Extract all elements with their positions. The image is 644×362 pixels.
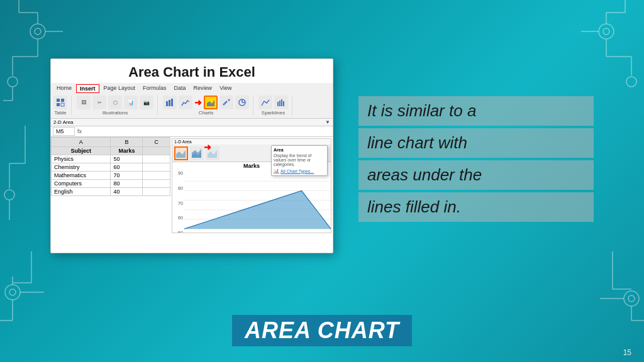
chart-types-icon: 📊: [274, 168, 279, 173]
mark-1: 50: [111, 155, 143, 163]
ribbon-tab-home[interactable]: Home: [53, 84, 75, 93]
y-60: 60: [174, 216, 183, 220]
chart-type-dropdown: 2-D Area ▼: [51, 119, 333, 126]
table-row: Physics 50: [52, 155, 170, 163]
illustrations-label: Illustrations: [103, 110, 128, 116]
mark-3: 70: [111, 172, 143, 180]
y-70: 70: [174, 201, 183, 206]
subject-2: Chemistry: [52, 163, 111, 172]
other-charts-icon[interactable]: [235, 96, 249, 109]
column-icon[interactable]: [163, 96, 177, 109]
col-header-b: B: [111, 138, 143, 147]
ribbon-tab-data[interactable]: Data: [171, 84, 189, 93]
subject-header: Subject: [52, 147, 111, 155]
area-chart-icon[interactable]: [204, 96, 218, 109]
table-icons: [53, 96, 67, 109]
area-type-2[interactable]: [190, 146, 204, 160]
bottom-title-container: AREA CHART: [232, 315, 412, 346]
ribbon-tabs: Home Insert Page Layout Formulas Data Re…: [53, 84, 330, 93]
description-panel: It is similar to a line chart with areas…: [358, 96, 594, 222]
desc-line-1: It is similar to a: [358, 96, 594, 126]
ribbon-tab-view[interactable]: View: [216, 84, 235, 93]
y-50: 50: [174, 231, 183, 233]
col-header-a: A: [52, 138, 111, 147]
line-sparkline-icon[interactable]: [258, 96, 272, 109]
arrow-to-chart-icon: ➜: [204, 142, 211, 152]
chart-tooltip: Area Display the trend of values over ti…: [271, 145, 328, 176]
svg-rect-57: [277, 102, 279, 106]
all-chart-types-link[interactable]: 📊 All Chart Types...: [274, 168, 325, 173]
picture-icon[interactable]: 🖼: [77, 96, 91, 109]
cell-reference[interactable]: M5: [53, 127, 75, 136]
illustrations-icons: 🖼 ✂ ⬡ 📊 📷: [77, 96, 153, 109]
desc-line-3: areas under the: [358, 160, 594, 190]
y-axis: 90 80 70 60 50 40: [172, 170, 184, 233]
svg-rect-58: [279, 101, 280, 106]
shapes-icon[interactable]: ⬡: [108, 96, 122, 109]
svg-rect-46: [166, 101, 168, 106]
data-table: A B C Subject Marks Physics 50: [51, 137, 170, 234]
col-header-c: C: [143, 138, 170, 147]
excel-title: Area Chart in Excel: [51, 59, 333, 83]
svg-rect-43: [61, 99, 64, 102]
fx-label: fx: [77, 128, 82, 134]
svg-marker-63: [192, 149, 201, 158]
excel-ribbon: Home Insert Page Layout Formulas Data Re…: [51, 83, 333, 119]
empty-3: [143, 172, 170, 180]
svg-rect-47: [169, 100, 170, 106]
mark-4: 80: [111, 180, 143, 188]
table-icon[interactable]: [53, 96, 67, 109]
column-sparkline-icon[interactable]: [274, 96, 288, 109]
ribbon-group-sparklines: Sparklines: [258, 96, 292, 116]
2d-area-label: 2-D Area: [53, 119, 74, 125]
table-label: Table: [54, 110, 66, 116]
table-row: Chemistry 60: [52, 163, 170, 172]
charts-label: Charts: [199, 110, 214, 116]
svg-marker-49: [207, 100, 214, 106]
page-number: 15: [623, 348, 631, 357]
svg-point-52: [228, 99, 230, 101]
empty-2: [143, 163, 170, 172]
empty-5: [143, 188, 170, 196]
chart-visualization: ➜ 1-D Area Marks: [172, 138, 331, 233]
marks-header: Marks: [111, 147, 143, 155]
table-row: English 40: [52, 188, 170, 196]
sparklines-label: Sparklines: [262, 110, 285, 116]
ribbon-tab-pagelayout[interactable]: Page Layout: [101, 84, 139, 93]
spreadsheet-area: A B C Subject Marks Physics 50: [51, 137, 333, 234]
ribbon-content: Table 🖼 ✂ ⬡ 📊 📷 Illustrations: [53, 94, 330, 117]
formula-bar: M5 fx: [51, 126, 333, 137]
desc-line-4: lines filled in.: [358, 192, 594, 222]
subject-1: Physics: [52, 155, 111, 163]
tooltip-title: Area: [274, 148, 325, 152]
subject-4: Computers: [52, 180, 111, 188]
y-90: 90: [174, 171, 183, 175]
ribbon-tab-insert[interactable]: Insert: [76, 84, 99, 93]
ribbon-tab-formulas[interactable]: Formulas: [140, 84, 170, 93]
subject-3: Mathematics: [52, 172, 111, 180]
mark-2: 60: [111, 163, 143, 172]
svg-rect-42: [57, 99, 60, 102]
empty-col: [143, 147, 170, 155]
clipart-icon[interactable]: ✂: [92, 96, 106, 109]
svg-point-53: [225, 102, 226, 104]
screenshot-icon[interactable]: 📷: [140, 96, 153, 109]
smartart-icon[interactable]: 📊: [124, 96, 138, 109]
area-chart-bottom-title: AREA CHART: [232, 315, 412, 346]
ribbon-group-illustrations: 🖼 ✂ ⬡ 📊 📷 Illustrations: [77, 96, 158, 116]
line-icon[interactable]: [179, 96, 192, 109]
ribbon-tab-review[interactable]: Review: [191, 84, 216, 93]
svg-rect-60: [283, 101, 284, 106]
tooltip-text: Display the trend of values over time or…: [274, 153, 325, 167]
svg-marker-61: [176, 150, 186, 158]
main-content: Area Chart in Excel Home Insert Page Lay…: [0, 0, 644, 362]
mark-5: 40: [111, 188, 143, 196]
table-header-row: Subject Marks: [52, 147, 170, 155]
area-type-1[interactable]: [174, 146, 188, 160]
arrow-to-area: ➜: [194, 97, 202, 107]
area-dropdown-arrow: ▼: [325, 119, 330, 125]
desc-line-2: line chart with: [358, 128, 594, 158]
scatter-icon[interactable]: [219, 96, 233, 109]
svg-rect-59: [281, 99, 282, 106]
svg-rect-48: [171, 99, 173, 106]
